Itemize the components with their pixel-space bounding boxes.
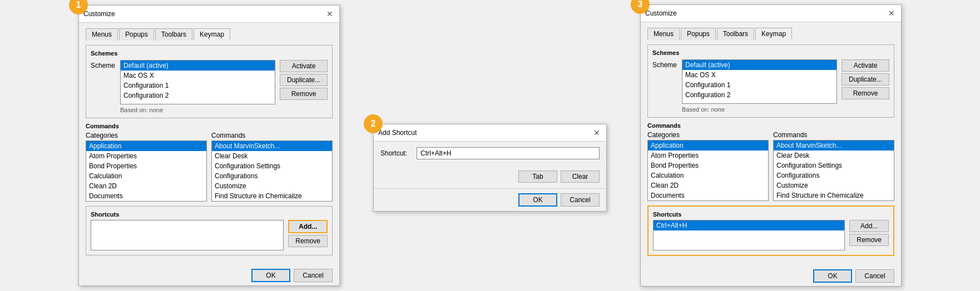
step-2-circle: 2 [364,114,383,133]
cmd-customize-1[interactable]: Customize [212,181,332,191]
cmd-customize-3[interactable]: Customize [774,180,894,190]
tab-3-keymap[interactable]: Keymap [755,28,792,40]
commands-col-1: Commands About MarvinSketch... Clear Des… [211,132,333,202]
shortcuts-header-3: Shortcuts [653,211,889,218]
cat-clean-1[interactable]: Clean 2D [86,181,206,191]
scheme-item-macosx-1[interactable]: Mac OS X [121,71,275,81]
ok-button-2[interactable]: OK [518,193,557,207]
cat-calc-1[interactable]: Calculation [86,171,206,181]
scheme-buttons-3: Activate Duplicate... Remove [842,59,889,99]
close-button-3[interactable]: ✕ [887,8,897,18]
add-shortcut-button-3[interactable]: Add... [849,220,889,232]
close-button-1[interactable]: ✕ [325,9,335,19]
scheme-item-default-3[interactable]: Default (active) [682,60,837,70]
shortcuts-section-3: Shortcuts Ctrl+Alt+H Add... Remove [647,205,894,256]
shortcut-input[interactable] [417,147,600,159]
ok-button-1[interactable]: OK [251,269,290,282]
cmd-configs-1[interactable]: Configurations [212,171,332,181]
shortcuts-header-1: Shortcuts [91,211,328,218]
commands-list-1[interactable]: About MarvinSketch... Clear Desk Configu… [211,141,333,202]
shortcuts-row-1: Add... Remove [91,220,328,250]
cat-atom-3[interactable]: Atom Properties [648,150,768,160]
duplicate-button-3[interactable]: Duplicate... [842,73,889,86]
title-bar-3: Customize ✕ [641,5,901,22]
commands-row-1: Categories Application Atom Properties B… [86,132,333,202]
remove-shortcut-button-1[interactable]: Remove [288,235,328,247]
cmd-about-3[interactable]: About MarvinSketch... [774,141,894,150]
cat-bond-3[interactable]: Bond Properties [648,160,768,170]
cat-clean-3[interactable]: Clean 2D [648,180,768,190]
cmd-clear-1[interactable]: Clear Desk [212,151,332,161]
cancel-button-1[interactable]: Cancel [294,269,333,282]
cat-application-3[interactable]: Application [648,141,768,150]
clear-button[interactable]: Clear [561,170,600,183]
tab-1-toolbars[interactable]: Toolbars [155,28,192,41]
shortcuts-list-1[interactable] [91,220,284,250]
scheme-row-1: Scheme Default (active) Mac OS X Configu… [91,60,328,104]
scheme-item-config2-1[interactable]: Configuration 2 [121,91,275,101]
activate-button-1[interactable]: Activate [280,60,328,72]
scheme-list-1[interactable]: Default (active) Mac OS X Configuration … [120,60,275,104]
categories-list-1[interactable]: Application Atom Properties Bond Propert… [86,141,207,202]
cmd-chemicalize-1[interactable]: Find Structure in Chemicalize [212,191,332,201]
remove-shortcut-button-3[interactable]: Remove [849,234,889,246]
cmd-configs-3[interactable]: Configurations [774,170,894,180]
cat-bond-1[interactable]: Bond Properties [86,161,206,171]
cmd-clear-3[interactable]: Clear Desk [774,150,894,160]
cat-application-1[interactable]: Application [86,141,206,151]
close-button-2[interactable]: ✕ [592,128,602,138]
dialog-1-body: Menus Popups Toolbars Keymap Schemes Sch… [79,23,339,265]
shortcuts-buttons-1: Add... Remove [288,220,328,247]
cmd-config-settings-3[interactable]: Configuration Settings [774,160,894,170]
tabs-1: Menus Popups Toolbars Keymap [86,28,333,41]
remove-scheme-button-1[interactable]: Remove [280,88,328,100]
remove-scheme-button-3[interactable]: Remove [842,87,889,99]
dialog-1: Customize ✕ Menus Popups Toolbars Keymap… [78,5,340,286]
cat-docs-1[interactable]: Documents [86,191,206,201]
tab-1-keymap[interactable]: Keymap [194,28,230,41]
step-3-area: 3 Customize ✕ Menus Popups Toolbars Keym… [640,4,902,287]
commands-list-3[interactable]: About MarvinSketch... Clear Desk Configu… [773,140,894,201]
shortcuts-list-3[interactable]: Ctrl+Alt+H [653,220,845,250]
scheme-item-config1-3[interactable]: Configuration 1 [682,80,837,90]
shortcut-footer: OK Cancel [374,188,606,211]
commands-col-label-1: Commands [211,132,333,139]
cmd-config-settings-1[interactable]: Configuration Settings [212,161,332,171]
dialog-1-footer: OK Cancel [79,265,339,285]
commands-col-3: Commands About MarvinSketch... Clear Des… [773,131,894,201]
scheme-item-config1-1[interactable]: Configuration 1 [121,81,275,91]
cmd-pubchem-3[interactable]: Find Structure in PubChem [774,200,894,201]
categories-list-3[interactable]: Application Atom Properties Bond Propert… [647,140,769,201]
scheme-item-macosx-3[interactable]: Mac OS X [682,70,837,80]
commands-col-label-3: Commands [773,131,894,139]
tab-button[interactable]: Tab [518,170,557,183]
cat-edit-3[interactable]: Edit [648,200,768,201]
cancel-button-2[interactable]: Cancel [561,193,600,207]
add-shortcut-button-1[interactable]: Add... [288,220,328,233]
cat-edit-1[interactable]: Edit [86,201,206,202]
cat-docs-3[interactable]: Documents [648,190,768,200]
cmd-about-1[interactable]: About MarvinSketch... [212,141,332,151]
cmd-pubchem-1[interactable]: Find Structure in PubChem [212,201,332,202]
cat-calc-3[interactable]: Calculation [648,170,768,180]
categories-col-3: Categories Application Atom Properties B… [647,131,769,201]
categories-label-1: Categories [86,132,207,139]
cmd-chemicalize-3[interactable]: Find Structure in Chemicalize [774,190,894,200]
scheme-item-config2-3[interactable]: Configuration 2 [682,90,837,100]
cancel-button-3[interactable]: Cancel [855,269,894,283]
tab-1-popups[interactable]: Popups [119,28,154,41]
tab-3-toolbars[interactable]: Toolbars [717,28,754,40]
ok-button-3[interactable]: OK [813,269,852,283]
dialog-3-footer: OK Cancel [641,266,901,286]
step-1-area: 1 Customize ✕ Menus Popups Toolbars Keym… [78,5,340,286]
duplicate-button-1[interactable]: Duplicate... [280,74,328,86]
scheme-list-3[interactable]: Default (active) Mac OS X Configuration … [682,59,837,104]
cat-atom-1[interactable]: Atom Properties [86,151,206,161]
activate-button-3[interactable]: Activate [842,59,889,72]
title-bar-1: Customize ✕ [79,6,339,23]
tab-3-menus[interactable]: Menus [647,28,680,40]
tab-3-popups[interactable]: Popups [681,28,716,40]
shortcut-item-ctrl-alt-h[interactable]: Ctrl+Alt+H [654,220,844,230]
scheme-item-default-1[interactable]: Default (active) [121,61,275,71]
tab-1-menus[interactable]: Menus [86,28,118,41]
